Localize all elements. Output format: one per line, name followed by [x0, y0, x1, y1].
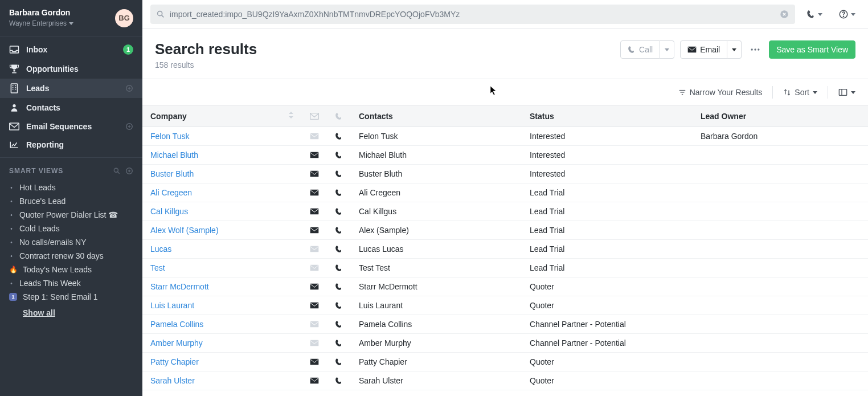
table-row[interactable]: LucasLucas LucasLead Trial	[142, 240, 868, 259]
th-company[interactable]: Company	[142, 106, 302, 127]
phone-icon[interactable]	[327, 146, 351, 165]
table-row[interactable]: Michael BluthMichael BluthInterested	[142, 146, 868, 165]
email-icon[interactable]	[302, 259, 327, 277]
phone-icon[interactable]	[327, 315, 351, 334]
more-menu[interactable]	[747, 44, 763, 55]
email-icon[interactable]	[302, 296, 327, 315]
phone-icon[interactable]	[327, 202, 351, 221]
phone-icon[interactable]	[327, 296, 351, 315]
email-icon[interactable]	[302, 315, 327, 334]
email-icon[interactable]	[302, 353, 327, 371]
smart-view-item[interactable]: •Contract renew 30 days	[9, 249, 133, 263]
table-row[interactable]: Starr McDermottStarr McDermottQuoter	[142, 277, 868, 296]
company-link[interactable]: Amber Murphy	[150, 338, 203, 348]
add-icon[interactable]	[125, 167, 133, 175]
help-dropdown[interactable]	[834, 6, 860, 23]
add-icon[interactable]	[125, 123, 133, 130]
nav-item-leads[interactable]: Leads	[0, 79, 142, 98]
show-all-link[interactable]: Show all	[9, 306, 133, 320]
nav-item-contacts[interactable]: Contacts	[0, 98, 142, 117]
table-row[interactable]: Ali CregeenAli CregeenLead Trial	[142, 183, 868, 202]
email-icon[interactable]	[302, 165, 327, 183]
email-icon[interactable]	[302, 334, 327, 353]
phone-icon[interactable]	[327, 334, 351, 353]
email-icon[interactable]	[302, 277, 327, 296]
lead-owner	[693, 202, 868, 221]
smart-view-item[interactable]: 1Step 1: Send Email 1	[9, 290, 133, 304]
search-bar[interactable]	[150, 5, 795, 24]
company-link[interactable]: Felon Tusk	[150, 132, 189, 141]
search-icon[interactable]	[113, 167, 121, 175]
phone-icon[interactable]	[327, 353, 351, 371]
clear-search-icon[interactable]	[779, 9, 789, 19]
phone-icon[interactable]	[327, 165, 351, 183]
email-icon[interactable]	[302, 202, 327, 221]
phone-icon[interactable]	[327, 277, 351, 296]
nav-item-email-sequences[interactable]: Email Sequences	[0, 117, 142, 136]
email-icon[interactable]	[302, 240, 327, 259]
add-icon[interactable]	[125, 84, 133, 92]
company-link[interactable]: Alex Wolf (Sample)	[150, 226, 219, 235]
smart-view-item[interactable]: •Bruce's Lead	[9, 194, 133, 208]
email-icon[interactable]	[302, 146, 327, 165]
email-icon[interactable]	[302, 127, 327, 146]
phone-icon[interactable]	[327, 221, 351, 240]
company-link[interactable]: Starr McDermott	[150, 282, 209, 291]
avatar[interactable]: BG	[115, 9, 133, 27]
th-contacts[interactable]: Contacts	[351, 106, 522, 127]
call-button[interactable]: Call	[620, 40, 660, 59]
company-link[interactable]: Pamela Collins	[150, 320, 203, 329]
table-row[interactable]: TestTest TestLead Trial	[142, 259, 868, 277]
email-button[interactable]: Email	[680, 40, 727, 59]
smart-view-item[interactable]: •Hot Leads	[9, 181, 133, 194]
smart-views-title: SMART VIEWS	[9, 167, 63, 175]
table-row[interactable]: Cal KillgusCal KillgusLead Trial	[142, 202, 868, 221]
company-link[interactable]: Test	[150, 263, 165, 272]
phone-icon[interactable]	[327, 183, 351, 202]
nav-item-reporting[interactable]: Reporting	[0, 136, 142, 154]
company-link[interactable]: Cal Killgus	[150, 207, 188, 216]
smart-view-item[interactable]: •No calls/emails NY	[9, 235, 133, 249]
columns-toggle[interactable]	[838, 88, 855, 96]
smart-view-item[interactable]: •Cold Leads	[9, 222, 133, 235]
company-link[interactable]: Luis Laurant	[150, 301, 194, 310]
table-row[interactable]: Felon TuskFelon TuskInterestedBarbara Go…	[142, 127, 868, 146]
company-link[interactable]: Sarah Ulster	[150, 376, 195, 385]
email-icon[interactable]	[302, 371, 327, 390]
table-row[interactable]: Pamela CollinsPamela CollinsChannel Part…	[142, 315, 868, 334]
company-link[interactable]: Ali Cregeen	[150, 188, 192, 197]
table-row[interactable]: Sarah UlsterSarah UlsterQuoter	[142, 371, 868, 390]
email-icon[interactable]	[302, 183, 327, 202]
phone-icon[interactable]	[327, 371, 351, 390]
search-input[interactable]	[165, 5, 779, 23]
smart-view-item[interactable]: •Quoter Power Dialer List ☎	[9, 208, 133, 222]
nav-item-opportunities[interactable]: Opportunities	[0, 59, 142, 79]
user-org-dropdown[interactable]: Wayne Enterprises	[9, 19, 73, 28]
phone-icon[interactable]	[327, 259, 351, 277]
smart-view-item[interactable]: 🔥Today's New Leads	[9, 263, 133, 276]
th-owner[interactable]: Lead Owner	[693, 106, 868, 127]
phone-icon[interactable]	[327, 240, 351, 259]
save-smart-view-button[interactable]: Save as Smart View	[769, 40, 855, 59]
company-link[interactable]: Lucas	[150, 244, 171, 254]
table-row[interactable]: Patty ChapierPatty ChapierQuoter	[142, 353, 868, 371]
call-dropdown-btn[interactable]	[660, 40, 674, 59]
table-row[interactable]: Alex Wolf (Sample)Alex (Sample)Lead Tria…	[142, 221, 868, 240]
email-dropdown-btn[interactable]	[727, 40, 742, 59]
phone-icon[interactable]	[327, 127, 351, 146]
contact-name: Felon Tusk	[351, 127, 522, 146]
call-dropdown[interactable]	[802, 6, 827, 22]
table-row[interactable]: Buster BluthBuster BluthInterested	[142, 165, 868, 183]
company-link[interactable]: Michael Bluth	[150, 150, 198, 160]
nav-item-inbox[interactable]: Inbox1	[0, 40, 142, 59]
smart-view-item[interactable]: •Leads This Week	[9, 276, 133, 290]
table-row[interactable]: Luis LaurantLuis LaurantQuoter	[142, 296, 868, 315]
email-icon[interactable]	[302, 221, 327, 240]
sort-dropdown[interactable]: Sort	[783, 88, 817, 97]
user-block[interactable]: Barbara Gordon Wayne Enterprises BG	[0, 0, 142, 36]
narrow-results[interactable]: Narrow Your Results	[678, 88, 763, 97]
company-link[interactable]: Patty Chapier	[150, 357, 199, 366]
table-row[interactable]: Amber MurphyAmber MurphyChannel Partner …	[142, 334, 868, 353]
company-link[interactable]: Buster Bluth	[150, 169, 194, 178]
th-status[interactable]: Status	[522, 106, 693, 127]
